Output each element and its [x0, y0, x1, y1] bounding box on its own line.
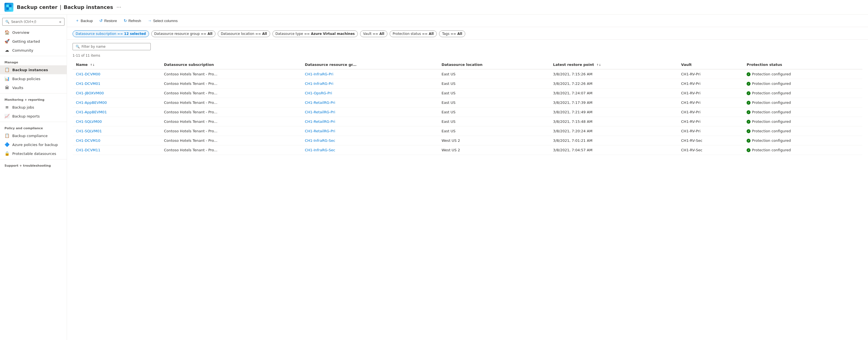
svg-rect-3: [9, 7, 11, 9]
cell-subscription: Contoso Hotels Tenant - Pro...: [160, 126, 302, 136]
cell-name[interactable]: CH1-SQLVM01: [72, 126, 160, 136]
sidebar-item-community[interactable]: ☁ Community: [0, 46, 67, 55]
backup-compliance-icon: 📋: [4, 133, 9, 138]
status-label: Protection configured: [752, 110, 791, 114]
app-icon: [4, 3, 13, 12]
sidebar-item-backup-instances-label: Backup instances: [12, 68, 48, 72]
table-row[interactable]: CH1-SQLVM01 Contoso Hotels Tenant - Pro.…: [72, 126, 862, 136]
cell-protection-status: Protection configured: [743, 126, 862, 136]
sidebar-item-vaults[interactable]: 🏛 Vaults: [0, 83, 67, 92]
sidebar-search[interactable]: 🔍 Search (Ctrl+/) «: [2, 18, 64, 26]
cell-vault: CH1-RV-Pri: [678, 89, 743, 98]
col-location: Datasource location: [438, 60, 550, 69]
table-row[interactable]: CH1-AppBEVM01 Contoso Hotels Tenant - Pr…: [72, 107, 862, 117]
filter-datasource-type[interactable]: Datasource type == Azure Virtual machine…: [272, 30, 358, 37]
collapse-button[interactable]: «: [59, 20, 61, 24]
table-row[interactable]: CH1-AppBEVM00 Contoso Hotels Tenant - Pr…: [72, 98, 862, 107]
cell-vault: CH1-RV-Pri: [678, 107, 743, 117]
cell-name[interactable]: CH1-DCVM01: [72, 79, 160, 89]
cell-resource-group[interactable]: CH1-RetailRG-Pri: [302, 98, 438, 107]
sidebar-section-monitoring: Monitoring + reporting: [0, 95, 67, 103]
page-title: Backup instances: [64, 4, 113, 10]
restore-label: Restore: [104, 19, 117, 23]
sidebar-item-backup-reports[interactable]: 📈 Backup reports: [0, 112, 67, 121]
overview-icon: 🏠: [4, 30, 9, 35]
filter-vault[interactable]: Vault == All: [360, 30, 388, 37]
cell-name[interactable]: CH1-JBOXVM00: [72, 89, 160, 98]
sidebar-item-backup-jobs[interactable]: ≡ Backup jobs: [0, 103, 67, 112]
status-icon: [747, 82, 750, 86]
sidebar-item-protectable-datasources[interactable]: 🔒 Protectable datasources: [0, 149, 67, 158]
cell-subscription: Contoso Hotels Tenant - Pro...: [160, 98, 302, 107]
filter-datasource-subscription[interactable]: Datasource subscription == 12 selected: [72, 30, 149, 37]
cell-resource-group[interactable]: CH1-InfraRG-Pri: [302, 69, 438, 79]
cell-name[interactable]: CH1-SQLVM00: [72, 117, 160, 126]
table-row[interactable]: CH1-DCVM01 Contoso Hotels Tenant - Pro..…: [72, 79, 862, 89]
community-icon: ☁: [4, 48, 9, 53]
cell-name[interactable]: CH1-DCVM11: [72, 146, 160, 155]
table-row[interactable]: CH1-SQLVM00 Contoso Hotels Tenant - Pro.…: [72, 117, 862, 126]
table-row[interactable]: CH1-DCVM00 Contoso Hotels Tenant - Pro..…: [72, 69, 862, 79]
filter-tags[interactable]: Tags == All: [439, 30, 465, 37]
status-icon: [747, 101, 750, 105]
col-subscription: Datasource subscription: [160, 60, 302, 69]
filter-datasource-location[interactable]: Datasource location == All: [218, 30, 270, 37]
cell-resource-group[interactable]: CH1-RetailRG-Pri: [302, 126, 438, 136]
cell-protection-status: Protection configured: [743, 89, 862, 98]
cell-resource-group[interactable]: CH1-InfraRG-Pri: [302, 79, 438, 89]
cell-resource-group[interactable]: CH1-InfraRG-Sec: [302, 146, 438, 155]
restore-icon: ↺: [99, 19, 103, 23]
status-icon: [747, 129, 750, 133]
cell-vault: CH1-RV-Pri: [678, 117, 743, 126]
cell-location: West US 2: [438, 136, 550, 146]
more-options-button[interactable]: ···: [116, 4, 121, 10]
cell-vault: CH1-RV-Sec: [678, 146, 743, 155]
sidebar-item-azure-policies[interactable]: 🔷 Azure policies for backup: [0, 140, 67, 149]
status-label: Protection configured: [752, 120, 791, 124]
table-row[interactable]: CH1-JBOXVM00 Contoso Hotels Tenant - Pro…: [72, 89, 862, 98]
backup-button[interactable]: ＋ Backup: [72, 17, 95, 25]
cell-resource-group[interactable]: CH1-RetailRG-Pri: [302, 107, 438, 117]
cell-resource-group[interactable]: CH1-OpsRG-Pri: [302, 89, 438, 98]
sidebar-item-backup-policies[interactable]: 📊 Backup policies: [0, 74, 67, 83]
select-columns-button[interactable]: → Select columns: [145, 17, 180, 24]
backup-instances-table: Name ↑↓ Datasource subscription Datasour…: [72, 60, 862, 155]
cell-location: East US: [438, 89, 550, 98]
filter-protection-status[interactable]: Protection status == All: [390, 30, 437, 37]
sidebar-item-vaults-label: Vaults: [12, 86, 24, 90]
name-sort-icon[interactable]: ↑↓: [90, 63, 95, 66]
status-icon: [747, 91, 750, 95]
cell-name[interactable]: CH1-DCVM00: [72, 69, 160, 79]
table-row[interactable]: CH1-DCVM10 Contoso Hotels Tenant - Pro..…: [72, 136, 862, 146]
col-name[interactable]: Name ↑↓: [72, 60, 160, 69]
col-restore-point[interactable]: Latest restore point ↑↓: [550, 60, 678, 69]
restore-button[interactable]: ↺ Restore: [97, 17, 120, 24]
sidebar-divider-1: [0, 56, 67, 56]
sidebar-item-backup-instances[interactable]: 📋 Backup instances: [0, 65, 67, 74]
cell-name[interactable]: CH1-AppBEVM00: [72, 98, 160, 107]
restore-point-sort-icon[interactable]: ↑↓: [596, 63, 601, 66]
sidebar-item-overview[interactable]: 🏠 Overview: [0, 28, 67, 37]
filter-by-name-input[interactable]: 🔍 Filter by name: [72, 43, 151, 50]
cell-name[interactable]: CH1-AppBEVM01: [72, 107, 160, 117]
cell-protection-status: Protection configured: [743, 98, 862, 107]
table-row[interactable]: CH1-DCVM11 Contoso Hotels Tenant - Pro..…: [72, 146, 862, 155]
status-label: Protection configured: [752, 138, 791, 143]
sidebar-item-getting-started[interactable]: 🚀 Getting started: [0, 37, 67, 46]
cell-resource-group[interactable]: CH1-RetailRG-Pri: [302, 117, 438, 126]
cell-location: East US: [438, 126, 550, 136]
sidebar-item-backup-compliance[interactable]: 📋 Backup compliance: [0, 131, 67, 140]
sidebar: 🔍 Search (Ctrl+/) « 🏠 Overview 🚀 Getting…: [0, 14, 67, 340]
cell-resource-group[interactable]: CH1-InfraRG-Sec: [302, 136, 438, 146]
cell-name[interactable]: CH1-DCVM10: [72, 136, 160, 146]
cell-subscription: Contoso Hotels Tenant - Pro...: [160, 79, 302, 89]
refresh-button[interactable]: ↻ Refresh: [121, 17, 144, 24]
filter-search-icon: 🔍: [75, 45, 80, 49]
app-header: Backup center | Backup instances ···: [0, 0, 868, 14]
cell-restore-point: 3/8/2021, 7:01:21 AM: [550, 136, 678, 146]
search-icon: 🔍: [5, 20, 9, 24]
filter-datasource-resource-group[interactable]: Datasource resource group == All: [151, 30, 216, 37]
cell-protection-status: Protection configured: [743, 79, 862, 89]
backup-policies-icon: 📊: [4, 76, 9, 81]
cell-location: East US: [438, 117, 550, 126]
